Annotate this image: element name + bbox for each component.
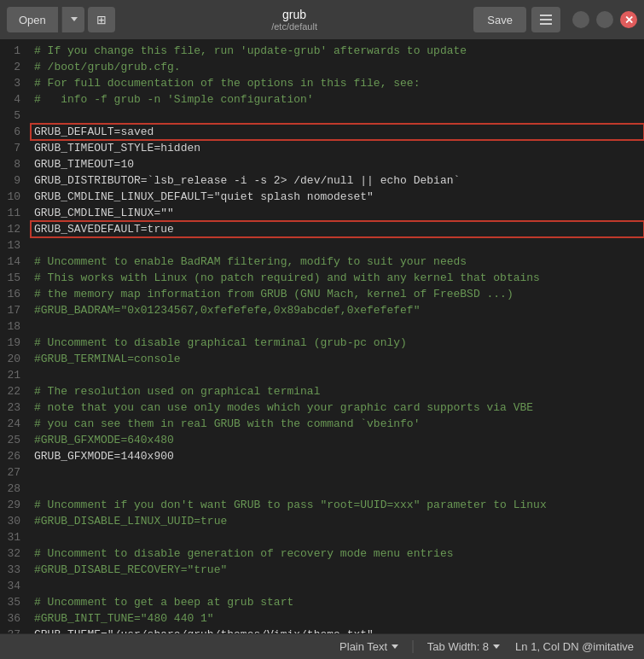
table-row: 21 bbox=[0, 367, 644, 383]
line-content[interactable]: # Uncomment to get a beep at grub start bbox=[31, 594, 644, 610]
line-content[interactable] bbox=[31, 464, 644, 481]
line-content[interactable]: # Uncomment to enable BadRAM filtering, … bbox=[31, 254, 644, 270]
line-number: 6 bbox=[0, 124, 31, 140]
line-number: 22 bbox=[0, 383, 31, 399]
pin-button[interactable]: ⊞ bbox=[88, 7, 115, 32]
tab-width-selector[interactable]: Tab Width: 8 bbox=[422, 639, 505, 655]
table-row: 17#GRUB_BADRAM="0x01234567,0xfefefefe,0x… bbox=[0, 302, 644, 318]
maximize-button[interactable]: □ bbox=[596, 11, 613, 28]
line-content[interactable]: GRUB_SAVEDEFAULT=true bbox=[31, 221, 644, 237]
line-number: 25 bbox=[0, 432, 31, 448]
line-content[interactable] bbox=[31, 108, 644, 124]
titlebar-left: Open ⊞ bbox=[7, 7, 115, 32]
open-dropdown-button[interactable] bbox=[61, 7, 84, 32]
titlebar-right: Save − □ ✕ bbox=[473, 7, 637, 32]
line-number: 35 bbox=[0, 594, 31, 610]
line-number: 4 bbox=[0, 91, 31, 108]
table-row: 12GRUB_SAVEDEFAULT=true bbox=[0, 221, 644, 237]
language-label: Plain Text bbox=[339, 640, 387, 653]
close-button[interactable]: ✕ bbox=[620, 11, 637, 28]
line-number: 29 bbox=[0, 497, 31, 513]
line-number: 21 bbox=[0, 367, 31, 383]
line-content[interactable]: GRUB_TIMEOUT_STYLE=hidden bbox=[31, 140, 644, 156]
line-content[interactable]: # Uncomment to disable generation of rec… bbox=[31, 545, 644, 562]
save-button[interactable]: Save bbox=[473, 7, 526, 32]
line-content[interactable]: #GRUB_DISABLE_RECOVERY="true" bbox=[31, 562, 644, 578]
line-content[interactable]: # Uncomment to disable graphical termina… bbox=[31, 335, 644, 351]
line-number: 30 bbox=[0, 513, 31, 529]
line-content[interactable]: GRUB_CMDLINE_LINUX="" bbox=[31, 205, 644, 221]
table-row: 1# If you change this file, run 'update-… bbox=[0, 43, 644, 59]
line-number: 7 bbox=[0, 140, 31, 156]
editor-content[interactable]: 1# If you change this file, run 'update-… bbox=[0, 39, 644, 633]
line-content[interactable]: #GRUB_INIT_TUNE="480 440 1" bbox=[31, 610, 644, 627]
table-row: 30#GRUB_DISABLE_LINUX_UUID=true bbox=[0, 513, 644, 529]
line-number: 19 bbox=[0, 335, 31, 351]
line-number: 14 bbox=[0, 254, 31, 270]
line-content[interactable] bbox=[31, 578, 644, 594]
line-number: 33 bbox=[0, 562, 31, 578]
line-content[interactable]: # info -f grub -n 'Simple configuration' bbox=[31, 91, 644, 108]
line-number: 10 bbox=[0, 189, 31, 205]
line-content[interactable]: GRUB_DEFAULT=saved bbox=[31, 124, 644, 140]
table-row: 28 bbox=[0, 481, 644, 497]
menu-button[interactable] bbox=[531, 7, 560, 32]
line-number: 34 bbox=[0, 578, 31, 594]
line-content[interactable]: # If you change this file, run 'update-g… bbox=[31, 43, 644, 59]
line-content[interactable]: #GRUB_BADRAM="0x01234567,0xfefefefe,0x89… bbox=[31, 302, 644, 318]
window-title-path: /etc/default bbox=[120, 21, 469, 32]
line-content[interactable]: #GRUB_GFXMODE=640x480 bbox=[31, 432, 644, 448]
titlebar: Open ⊞ grub /etc/default Save − □ ✕ bbox=[0, 0, 644, 39]
table-row: 16# the memory map information from GRUB… bbox=[0, 286, 644, 302]
line-content[interactable]: # The resolution used on graphical termi… bbox=[31, 383, 644, 399]
line-content[interactable]: # you can see them in real GRUB with the… bbox=[31, 416, 644, 432]
table-row: 27 bbox=[0, 464, 644, 481]
language-selector[interactable]: Plain Text bbox=[334, 639, 403, 655]
line-content[interactable]: # This works with Linux (no patch requir… bbox=[31, 270, 644, 286]
table-row: 25#GRUB_GFXMODE=640x480 bbox=[0, 432, 644, 448]
line-content[interactable]: #GRUB_DISABLE_LINUX_UUID=true bbox=[31, 513, 644, 529]
minimize-button[interactable]: − bbox=[572, 11, 589, 28]
table-row: 19# Uncomment to disable graphical termi… bbox=[0, 335, 644, 351]
open-button[interactable]: Open bbox=[7, 7, 58, 32]
statusbar: Plain Text | Tab Width: 8 Ln 1, Col DN @… bbox=[0, 633, 644, 659]
table-row: 5 bbox=[0, 108, 644, 124]
line-number: 13 bbox=[0, 237, 31, 254]
line-content[interactable]: # the memory map information from GRUB (… bbox=[31, 286, 644, 302]
line-content[interactable]: # /boot/grub/grub.cfg. bbox=[31, 59, 644, 75]
line-content[interactable]: GRUB_DISTRIBUTOR=`lsb_release -i -s 2> /… bbox=[31, 172, 644, 189]
line-content[interactable] bbox=[31, 529, 644, 545]
table-row: 15# This works with Linux (no patch requ… bbox=[0, 270, 644, 286]
window-title-filename: grub bbox=[120, 8, 469, 21]
line-content[interactable]: GRUB_THEME="/usr/share/grub/themes/Vimix… bbox=[31, 627, 644, 633]
line-number: 12 bbox=[0, 221, 31, 237]
table-row: 35# Uncomment to get a beep at grub star… bbox=[0, 594, 644, 610]
line-content[interactable]: GRUB_CMDLINE_LINUX_DEFAULT="quiet splash… bbox=[31, 189, 644, 205]
line-content[interactable] bbox=[31, 367, 644, 383]
line-content[interactable] bbox=[31, 318, 644, 335]
line-content[interactable]: GRUB_GFXMODE=1440x900 bbox=[31, 448, 644, 464]
line-number: 3 bbox=[0, 75, 31, 91]
line-number: 2 bbox=[0, 59, 31, 75]
line-number: 9 bbox=[0, 172, 31, 189]
table-row: 23# note that you can use only modes whi… bbox=[0, 399, 644, 416]
line-content[interactable]: # note that you can use only modes which… bbox=[31, 399, 644, 416]
editor: 1# If you change this file, run 'update-… bbox=[0, 39, 644, 633]
line-content[interactable] bbox=[31, 481, 644, 497]
line-content[interactable]: # For full documentation of the options … bbox=[31, 75, 644, 91]
table-row: 6GRUB_DEFAULT=saved bbox=[0, 124, 644, 140]
line-number: 23 bbox=[0, 399, 31, 416]
table-row: 31 bbox=[0, 529, 644, 545]
line-number: 17 bbox=[0, 302, 31, 318]
line-content[interactable]: GRUB_TIMEOUT=10 bbox=[31, 156, 644, 172]
table-row: 2# /boot/grub/grub.cfg. bbox=[0, 59, 644, 75]
table-row: 8GRUB_TIMEOUT=10 bbox=[0, 156, 644, 172]
line-number: 16 bbox=[0, 286, 31, 302]
line-content[interactable]: #GRUB_TERMINAL=console bbox=[31, 351, 644, 367]
line-content[interactable] bbox=[31, 237, 644, 254]
line-content[interactable]: # Uncomment if you don't want GRUB to pa… bbox=[31, 497, 644, 513]
status-center: Plain Text | Tab Width: 8 bbox=[334, 639, 505, 655]
window-controls: − □ ✕ bbox=[572, 11, 637, 28]
tab-chevron-icon bbox=[493, 644, 500, 649]
line-number: 8 bbox=[0, 156, 31, 172]
